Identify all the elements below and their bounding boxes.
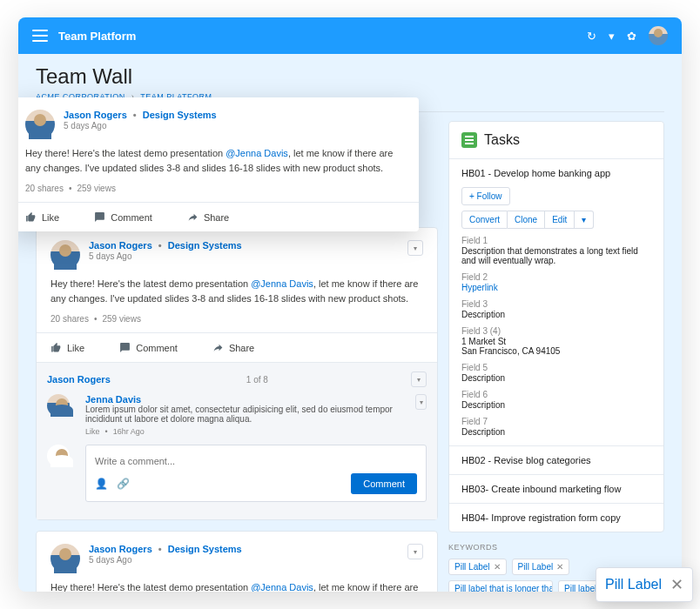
comment-composer: 👤 🔗 Comment — [85, 445, 427, 502]
keyword-pill[interactable]: Pill Label✕ — [448, 559, 507, 575]
comment-button[interactable]: Comment — [94, 211, 152, 223]
author-category[interactable]: Design Systems — [143, 110, 217, 120]
field-label: Field 5 — [461, 363, 651, 372]
author-category[interactable]: Design Systems — [168, 544, 242, 554]
comment-input[interactable] — [95, 456, 417, 466]
like-button[interactable]: Like — [25, 211, 59, 223]
filter-icon[interactable]: ▾ — [609, 30, 615, 43]
field-value: Description that demonstrates a long tex… — [461, 246, 651, 265]
remove-pill-icon[interactable]: ✕ — [556, 562, 563, 572]
comment-item: Jenna Davis Lorem ipsum dolor sit amet, … — [47, 394, 427, 436]
follow-button[interactable]: + Follow — [461, 187, 510, 205]
task-item[interactable]: HB04- Improve registration form copy — [449, 504, 663, 532]
post-body: Hey there! Here's the latest demo presen… — [37, 580, 437, 592]
menu-icon[interactable] — [32, 30, 48, 42]
author-category[interactable]: Design Systems — [168, 240, 242, 251]
field-value: Description — [461, 310, 651, 319]
post-menu-button[interactable]: ▾ — [407, 544, 423, 559]
more-actions-button[interactable]: ▾ — [575, 211, 594, 229]
author-name[interactable]: Jason Rogers — [89, 544, 152, 554]
app-header: Team Platform ↻ ▾ ✿ — [18, 17, 682, 54]
gear-icon[interactable]: ✿ — [627, 30, 636, 43]
comments-author[interactable]: Jason Rogers — [47, 374, 111, 385]
post-body: Hey there! Here's the latest demo presen… — [37, 277, 437, 314]
comment-button[interactable]: Comment — [119, 342, 178, 353]
keyword-pill[interactable]: Pill label that is longer than t...✕ — [448, 580, 553, 592]
task-name[interactable]: HB01 - Develop home banking app — [461, 168, 651, 178]
field-label: Field 3 — [461, 299, 651, 309]
keyword-pill[interactable]: Pill Label✕ — [512, 559, 570, 575]
clone-button[interactable]: Clone — [508, 211, 545, 229]
mention[interactable]: @Jenna Davis — [251, 278, 313, 289]
attach-icon[interactable]: 🔗 — [117, 478, 130, 490]
post-time: 5 days Ago — [64, 121, 217, 130]
mention[interactable]: @Jenna Davis — [225, 148, 288, 158]
post-menu-button[interactable]: ▾ — [407, 240, 423, 256]
field-label: Field 7 — [461, 417, 651, 426]
field-value: Description — [461, 400, 651, 410]
page-title: Team Wall — [36, 64, 664, 89]
floating-pill[interactable]: Pill Label ✕ — [596, 567, 693, 602]
comments-panel: Jason Rogers 1 of 8 ▾ Jenna Davis Lorem … — [37, 362, 437, 519]
field-value: Description — [461, 427, 651, 437]
floating-pill-label: Pill Label — [605, 577, 662, 592]
task-item-expanded: HB01 - Develop home banking app + Follow… — [449, 159, 663, 446]
task-item[interactable]: HB03- Create inbound marketing flow — [449, 475, 663, 504]
comment-time: 16hr Ago — [113, 427, 145, 436]
post-card: Jason Rogers • Design Systems 5 days Ago… — [36, 531, 438, 592]
author-name[interactable]: Jason Rogers — [89, 240, 152, 251]
field-label: Field 1 — [461, 236, 651, 245]
comments-menu-button[interactable]: ▾ — [411, 371, 427, 387]
field-label: Field 3 (4) — [461, 326, 651, 336]
mention-icon[interactable]: 👤 — [95, 478, 108, 490]
commenter-name[interactable]: Jenna Davis — [85, 394, 408, 405]
self-avatar — [47, 445, 70, 467]
mention[interactable]: @Jenna Davis — [251, 582, 313, 592]
task-item[interactable]: HB02 - Revise blog categories — [449, 446, 663, 475]
author-avatar[interactable] — [25, 110, 55, 139]
app-title: Team Platform — [58, 30, 136, 43]
app-window: Team Platform ↻ ▾ ✿ Team Wall ACME CORPO… — [18, 17, 682, 592]
user-avatar[interactable] — [649, 26, 668, 45]
keywords-label: KEYWORDS — [448, 543, 664, 552]
share-button[interactable]: Share — [212, 342, 254, 353]
field-value[interactable]: Hyperlink — [461, 283, 651, 292]
comment-text: Lorem ipsum dolor sit amet, consectetur … — [85, 405, 408, 424]
comments-pager: 1 of 8 — [246, 375, 268, 385]
post-meta: 20 shares•259 views — [18, 184, 419, 202]
share-button[interactable]: Share — [187, 211, 229, 223]
refresh-icon[interactable]: ↻ — [587, 30, 596, 43]
tasks-icon — [461, 132, 477, 148]
comment-like[interactable]: Like — [85, 427, 100, 436]
post-body: Hey there! Here's the latest demo presen… — [18, 146, 419, 184]
post-card: Jason Rogers • Design Systems 5 days Ago… — [36, 227, 438, 520]
close-icon[interactable]: ✕ — [670, 575, 683, 594]
commenter-avatar[interactable] — [47, 394, 70, 417]
comment-submit-button[interactable]: Comment — [351, 473, 417, 494]
post-time: 5 days Ago — [89, 251, 242, 261]
like-button[interactable]: Like — [50, 342, 84, 353]
field-label: Field 6 — [461, 390, 651, 399]
tasks-card: Tasks HB01 - Develop home banking app + … — [448, 121, 664, 532]
post-time: 5 days Ago — [89, 555, 242, 565]
post-meta: 20 shares•259 views — [37, 314, 437, 332]
comment-menu-button[interactable]: ▾ — [415, 394, 427, 410]
edit-button[interactable]: Edit — [545, 211, 575, 229]
convert-button[interactable]: Convert — [461, 211, 508, 229]
author-avatar[interactable] — [50, 240, 80, 270]
remove-pill-icon[interactable]: ✕ — [494, 562, 501, 572]
author-avatar[interactable] — [50, 544, 80, 573]
field-value: Description — [461, 373, 651, 383]
tasks-title: Tasks — [484, 132, 520, 148]
author-name[interactable]: Jason Rogers — [64, 110, 127, 120]
field-label: Field 2 — [461, 272, 651, 282]
post-card-floating: Jason Rogers • Design Systems 5 days Ago… — [18, 97, 419, 231]
field-value: 1 Market St San Francisco, CA 94105 — [461, 337, 651, 356]
